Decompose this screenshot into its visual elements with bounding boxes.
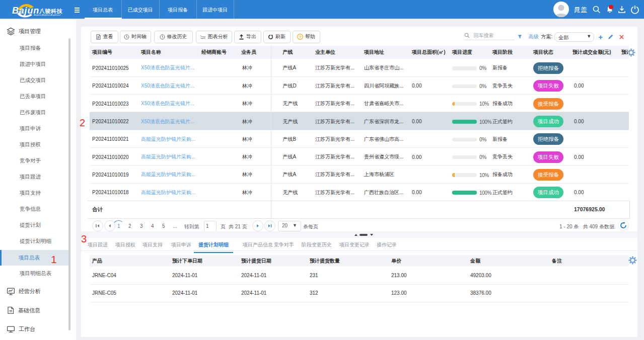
svg-text:?: ? (299, 35, 302, 39)
